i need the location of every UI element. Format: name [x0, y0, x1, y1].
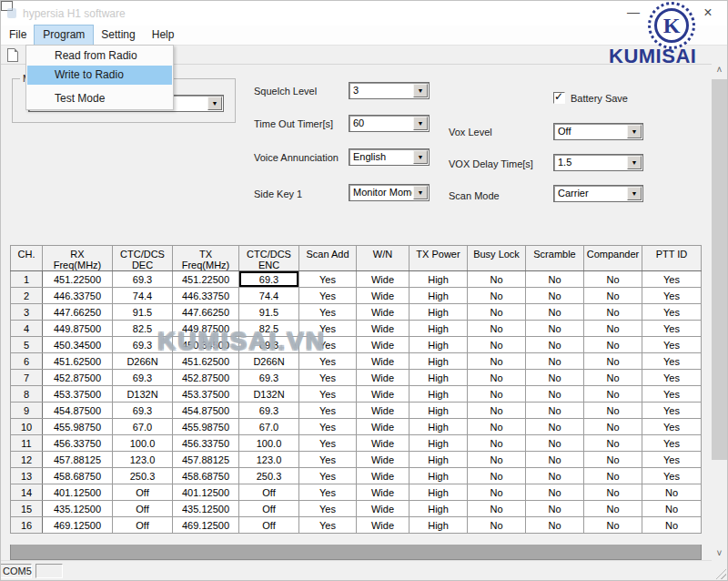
chevron-down-icon[interactable]: ▼ [627, 156, 642, 169]
table-cell[interactable]: Yes [642, 304, 702, 321]
row-header[interactable]: 6 [11, 353, 43, 370]
table-cell[interactable]: Off [239, 501, 299, 517]
table-cell[interactable]: Wide [357, 271, 410, 288]
table-cell[interactable]: 250.3 [113, 468, 173, 484]
table-cell[interactable]: High [410, 304, 468, 321]
table-cell[interactable]: No [468, 468, 526, 484]
close-button[interactable]: × [693, 1, 723, 25]
table-cell[interactable]: 457.88125 [173, 452, 239, 468]
table-cell[interactable]: 100.0 [239, 435, 299, 452]
table-cell[interactable]: No [584, 271, 642, 288]
side-key-1-select[interactable]: Monitor Momen ▼ [349, 184, 430, 201]
table-cell[interactable]: 401.12500 [173, 484, 239, 501]
table-cell[interactable]: No [584, 321, 642, 337]
table-cell[interactable]: No [468, 484, 526, 501]
table-cell[interactable]: No [468, 403, 526, 419]
table-cell[interactable]: Wide [357, 370, 410, 386]
table-cell[interactable]: Yes [299, 353, 357, 370]
table-cell[interactable]: 453.37500 [43, 386, 113, 403]
table-cell[interactable]: No [526, 452, 584, 468]
table-cell[interactable]: Wide [357, 468, 410, 484]
table-cell[interactable]: No [468, 271, 526, 288]
table-cell[interactable]: Yes [642, 271, 702, 288]
table-cell[interactable]: No [584, 452, 642, 468]
table-cell[interactable]: No [584, 484, 642, 501]
table-cell[interactable]: 456.33750 [43, 435, 113, 452]
table-cell[interactable]: No [468, 321, 526, 337]
table-cell[interactable]: 69.3 [113, 403, 173, 419]
table-cell[interactable]: No [468, 370, 526, 386]
vox-delay-time-select[interactable]: 1.5 ▼ [553, 154, 643, 171]
table-cell[interactable]: No [526, 501, 584, 517]
time-out-timer-select[interactable]: 60 ▼ [349, 115, 430, 132]
table-cell[interactable]: Yes [642, 288, 702, 304]
column-header[interactable]: Scramble [526, 246, 584, 271]
table-cell[interactable]: No [468, 419, 526, 435]
table-cell[interactable]: 74.4 [113, 288, 173, 304]
table-cell[interactable]: Off [239, 517, 299, 534]
table-cell[interactable]: Wide [357, 337, 410, 353]
table-cell[interactable]: No [642, 501, 702, 517]
table-cell[interactable]: No [584, 337, 642, 353]
table-cell[interactable]: No [584, 435, 642, 452]
titlebar[interactable]: hypersia H1 software — × [1, 1, 727, 25]
column-header[interactable]: Scan Add [299, 246, 357, 271]
table-cell[interactable]: No [526, 435, 584, 452]
table-cell[interactable]: 69.3 [239, 337, 299, 353]
battery-save-checkbox[interactable]: ✓ [553, 92, 565, 104]
table-cell[interactable]: No [526, 321, 584, 337]
table-cell[interactable]: No [526, 517, 584, 534]
table-cell[interactable]: High [410, 370, 468, 386]
table-cell[interactable]: Yes [642, 403, 702, 419]
table-cell[interactable]: 100.0 [113, 435, 173, 452]
table-cell[interactable]: 469.12500 [173, 517, 239, 534]
table-cell[interactable]: High [410, 321, 468, 337]
menu-item-test-mode[interactable]: Test Mode [27, 89, 172, 108]
table-cell[interactable]: 435.12500 [173, 501, 239, 517]
table-cell[interactable]: No [468, 353, 526, 370]
row-header[interactable]: 4 [11, 321, 43, 337]
table-cell[interactable]: No [526, 288, 584, 304]
table-cell[interactable]: 451.62500 [43, 353, 113, 370]
table-cell[interactable]: Yes [299, 435, 357, 452]
table-cell[interactable]: Yes [642, 452, 702, 468]
table-cell[interactable]: No [584, 419, 642, 435]
table-cell[interactable]: High [410, 403, 468, 419]
table-cell[interactable]: Yes [299, 370, 357, 386]
row-header[interactable]: 3 [11, 304, 43, 321]
table-cell[interactable]: No [584, 304, 642, 321]
table-cell[interactable]: High [410, 353, 468, 370]
table-cell[interactable]: High [410, 337, 468, 353]
table-cell[interactable]: 67.0 [239, 419, 299, 435]
table-cell[interactable]: No [526, 353, 584, 370]
table-cell[interactable]: 74.4 [239, 288, 299, 304]
scrollbar-thumb[interactable] [712, 79, 727, 460]
table-cell[interactable]: 250.3 [239, 468, 299, 484]
table-cell[interactable]: 91.5 [239, 304, 299, 321]
table-cell[interactable]: Yes [642, 386, 702, 403]
table-cell[interactable]: 401.12500 [43, 484, 113, 501]
column-header[interactable]: CH. [11, 246, 43, 271]
row-header[interactable]: 12 [11, 452, 43, 468]
table-cell[interactable]: High [410, 288, 468, 304]
row-header[interactable]: 16 [11, 517, 43, 534]
row-header[interactable]: 9 [11, 403, 43, 419]
row-header[interactable]: 7 [11, 370, 43, 386]
table-cell[interactable]: High [410, 435, 468, 452]
table-cell[interactable]: Yes [299, 321, 357, 337]
table-cell[interactable]: High [410, 517, 468, 534]
table-cell[interactable]: Wide [357, 452, 410, 468]
table-cell[interactable]: 69.3 [239, 271, 299, 288]
chevron-down-icon[interactable]: ▼ [413, 84, 428, 97]
table-cell[interactable]: Off [239, 484, 299, 501]
table-cell[interactable]: Yes [642, 435, 702, 452]
table-cell[interactable]: 69.3 [239, 370, 299, 386]
table-cell[interactable]: No [468, 517, 526, 534]
row-header[interactable]: 14 [11, 484, 43, 501]
table-cell[interactable]: No [468, 386, 526, 403]
menu-program[interactable]: Program [35, 25, 93, 45]
table-cell[interactable]: 69.3 [113, 337, 173, 353]
table-cell[interactable]: 450.34500 [43, 337, 113, 353]
table-cell[interactable]: D266N [239, 353, 299, 370]
table-cell[interactable]: No [526, 370, 584, 386]
